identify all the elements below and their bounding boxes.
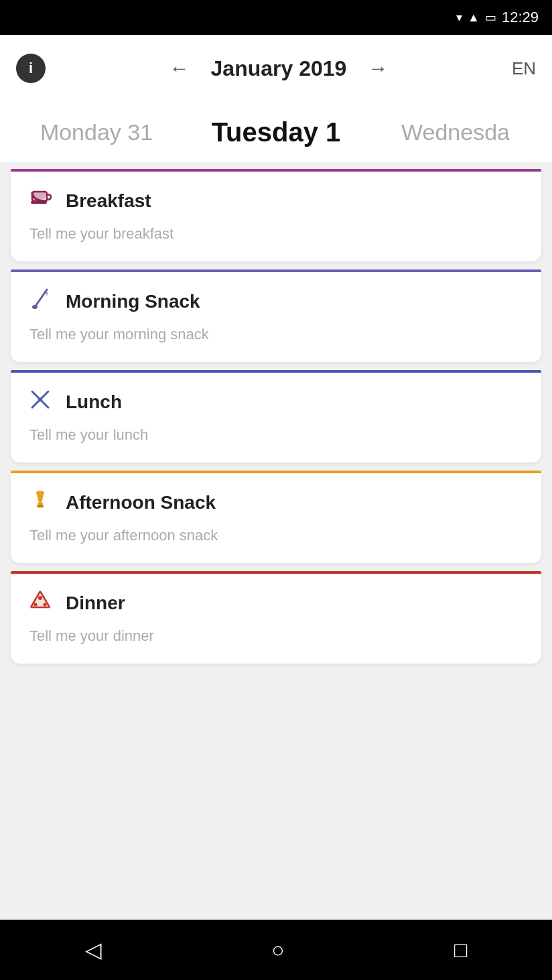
meal-section-dinner[interactable]: DinnerTell me your dinner	[11, 571, 541, 664]
next-month-button[interactable]: →	[362, 52, 393, 85]
prev-day[interactable]: Monday 31	[0, 102, 186, 162]
wifi-icon: ▾	[456, 10, 462, 25]
svg-point-14	[34, 603, 38, 607]
meal-section-afternoon-snack[interactable]: Afternoon SnackTell me your afternoon sn…	[11, 471, 541, 563]
lunch-placeholder[interactable]: Tell me your lunch	[27, 426, 525, 444]
lunch-title: Lunch	[66, 391, 122, 413]
svg-rect-9	[37, 505, 44, 507]
dinner-icon	[27, 589, 54, 618]
next-day[interactable]: Wednesda	[366, 102, 552, 162]
morning-snack-icon	[27, 287, 54, 316]
battery-icon: ▭	[485, 10, 496, 25]
afternoon-snack-placeholder[interactable]: Tell me your afternoon snack	[27, 527, 525, 544]
afternoon-snack-icon	[27, 488, 54, 517]
prev-month-button[interactable]: ←	[164, 52, 195, 85]
status-bar: ▾ ▲ ▭ 12:29	[0, 0, 552, 35]
signal-icon: ▲	[468, 11, 480, 25]
svg-point-7	[38, 397, 42, 402]
svg-point-13	[38, 596, 42, 600]
breakfast-title: Breakfast	[66, 190, 151, 212]
svg-point-4	[32, 305, 38, 309]
morning-snack-title: Morning Snack	[66, 291, 200, 312]
meal-header-morning-snack: Morning Snack	[27, 287, 525, 316]
home-button[interactable]: ○	[251, 931, 304, 969]
header: i ← January 2019 → EN	[0, 35, 552, 102]
meal-card-breakfast[interactable]: BreakfastTell me your breakfast	[11, 172, 541, 261]
day-selector: Monday 31 Tuesday 1 Wednesda	[0, 102, 552, 162]
dinner-placeholder[interactable]: Tell me your dinner	[27, 627, 525, 645]
back-button[interactable]: ◁	[65, 930, 122, 969]
meal-header-afternoon-snack: Afternoon Snack	[27, 488, 525, 517]
info-button[interactable]: i	[16, 54, 46, 83]
morning-snack-placeholder[interactable]: Tell me your morning snack	[27, 326, 525, 343]
bottom-nav: ◁ ○ □	[0, 920, 552, 980]
meal-section-morning-snack[interactable]: Morning SnackTell me your morning snack	[11, 269, 541, 362]
dinner-title: Dinner	[66, 593, 125, 614]
month-nav: ← January 2019 →	[164, 52, 394, 85]
meal-section-breakfast[interactable]: BreakfastTell me your breakfast	[11, 169, 541, 261]
svg-point-15	[44, 603, 47, 607]
meal-card-dinner[interactable]: DinnerTell me your dinner	[11, 574, 541, 664]
meal-card-lunch[interactable]: LunchTell me your lunch	[11, 373, 541, 463]
breakfast-icon	[27, 186, 54, 216]
month-title: January 2019	[211, 56, 347, 81]
status-time: 12:29	[502, 9, 539, 26]
meal-header-breakfast: Breakfast	[27, 186, 525, 216]
meal-header-dinner: Dinner	[27, 589, 525, 618]
afternoon-snack-title: Afternoon Snack	[66, 492, 216, 513]
current-day[interactable]: Tuesday 1	[186, 102, 366, 162]
breakfast-placeholder[interactable]: Tell me your breakfast	[27, 225, 525, 243]
svg-rect-8	[38, 503, 43, 505]
lunch-icon	[27, 387, 54, 417]
meal-header-lunch: Lunch	[27, 387, 525, 417]
meal-section-lunch[interactable]: LunchTell me your lunch	[11, 370, 541, 463]
main-content: BreakfastTell me your breakfast Morning …	[0, 162, 552, 920]
recent-button[interactable]: □	[434, 931, 487, 969]
status-icons: ▾ ▲ ▭ 12:29	[456, 9, 539, 26]
meal-card-morning-snack[interactable]: Morning SnackTell me your morning snack	[11, 272, 541, 362]
info-icon: i	[29, 60, 33, 77]
meal-card-afternoon-snack[interactable]: Afternoon SnackTell me your afternoon sn…	[11, 473, 541, 563]
language-selector[interactable]: EN	[512, 58, 536, 79]
